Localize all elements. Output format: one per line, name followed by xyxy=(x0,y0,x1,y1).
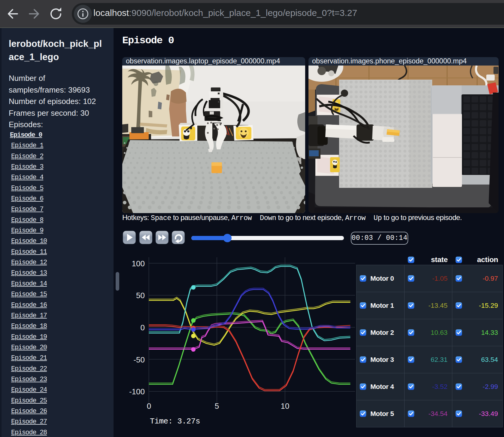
svg-text:100: 100 xyxy=(132,259,145,268)
svg-text:0: 0 xyxy=(147,402,151,411)
svg-text:10: 10 xyxy=(281,402,290,411)
svg-text:-50: -50 xyxy=(133,355,145,364)
svg-text:-100: -100 xyxy=(129,387,145,396)
svg-text:0: 0 xyxy=(141,323,145,332)
svg-text:50: 50 xyxy=(136,291,145,300)
svg-text:5: 5 xyxy=(215,402,219,411)
